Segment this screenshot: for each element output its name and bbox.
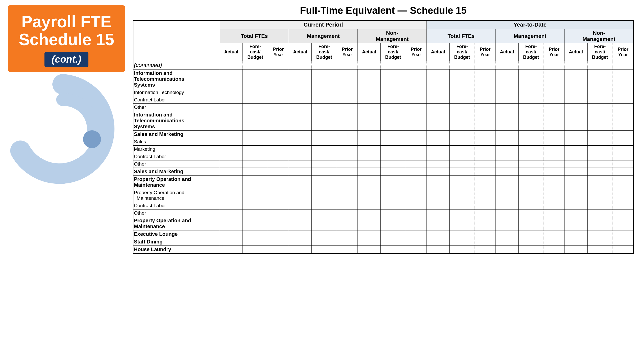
property-section-label: Property Operation andMaintenance (133, 176, 220, 189)
cont-badge: (cont.) (44, 52, 88, 67)
info-tech-label: Information Technology (133, 89, 220, 96)
contract-labor-3-label: Contract Labor (133, 202, 220, 209)
contract-labor-1-row: Contract Labor (133, 96, 634, 104)
page-title: Payroll FTE Schedule 15 (13, 13, 120, 49)
continued-label: (continued) (133, 61, 220, 69)
ytd-total-ftes: Total FTEs (427, 29, 496, 43)
ytd-management: Management (496, 29, 565, 43)
property-total-label: Property Operation andMaintenance (133, 217, 220, 230)
ytd-tf-actual: Actual (427, 43, 450, 61)
ytd-mgmt-forecast: Fore-cast/Budget (518, 43, 544, 61)
contract-labor-1-label: Contract Labor (133, 96, 220, 104)
fte-table: Current Period Year-to-Date Total FTEs M… (133, 20, 634, 254)
svg-point-0 (83, 130, 101, 148)
cp-mgmt-forecast: Fore-cast/Budget (312, 43, 337, 61)
other-1-row: Other (133, 104, 634, 111)
sales-label: Sales (133, 138, 220, 146)
sales-section-header: Sales and Marketing (133, 131, 634, 138)
other-2-label: Other (133, 160, 220, 168)
cp-tf-actual: Actual (220, 43, 243, 61)
staff-dining-label: Staff Dining (133, 238, 220, 246)
donut-chart (5, 72, 120, 186)
property-total-row: Property Operation andMaintenance (133, 217, 634, 230)
it-total-row: Information andTelecommunicationsSystems (133, 111, 634, 131)
ytd-header: Year-to-Date (427, 20, 634, 29)
staff-dining-row: Staff Dining (133, 238, 634, 246)
sales-total-row: Sales and Marketing (133, 168, 634, 176)
exec-lounge-label: Executive Lounge (133, 230, 220, 238)
other-3-row: Other (133, 209, 634, 217)
property-ops-label: Property Operation and Maintenance (133, 189, 220, 202)
ytd-mgmt-prior: PriorYear (544, 43, 565, 61)
table-title: Full-Time Equivalent — Schedule 15 (133, 5, 634, 16)
marketing-label: Marketing (133, 146, 220, 153)
cp-management: Management (289, 29, 358, 43)
sales-row: Sales (133, 138, 634, 146)
sales-section-label: Sales and Marketing (133, 131, 220, 138)
contract-labor-2-label: Contract Labor (133, 153, 220, 160)
ytd-mgmt-actual: Actual (496, 43, 518, 61)
it-section-header: Information andTelecommunicationsSystems (133, 69, 634, 89)
right-panel: Full-Time Equivalent — Schedule 15 Curre… (128, 5, 639, 254)
cp-nm-prior: PriorYear (406, 43, 427, 61)
cp-tf-forecast: Fore-cast/Budget (243, 43, 268, 61)
other-3-label: Other (133, 209, 220, 217)
left-panel: Payroll FTE Schedule 15 (cont.) (0, 0, 128, 362)
cp-mgmt-actual: Actual (289, 43, 312, 61)
cp-nm-forecast: Fore-cast/Budget (381, 43, 406, 61)
property-ops-row: Property Operation and Maintenance (133, 189, 634, 202)
title-box: Payroll FTE Schedule 15 (cont.) (8, 5, 125, 72)
sales-total-label: Sales and Marketing (133, 168, 220, 176)
cp-nm-actual: Actual (358, 43, 381, 61)
exec-lounge-row: Executive Lounge (133, 230, 634, 238)
continued-row: (continued) (133, 61, 634, 69)
cp-total-ftes: Total FTEs (220, 29, 289, 43)
cp-tf-prior: PriorYear (268, 43, 289, 61)
house-laundry-label: House Laundry (133, 246, 220, 254)
contract-labor-3-row: Contract Labor (133, 202, 634, 209)
ytd-tf-forecast: Fore-cast/Budget (449, 43, 475, 61)
ytd-nm-actual: Actual (565, 43, 587, 61)
other-1-label: Other (133, 104, 220, 111)
current-period-header: Current Period (220, 20, 427, 29)
cp-mgmt-prior: PriorYear (337, 43, 358, 61)
ytd-nm-prior: PriorYear (613, 43, 634, 61)
contract-labor-2-row: Contract Labor (133, 153, 634, 160)
property-section-header: Property Operation andMaintenance (133, 176, 634, 189)
other-2-row: Other (133, 160, 634, 168)
info-tech-row: Information Technology (133, 89, 634, 96)
it-section-label: Information andTelecommunicationsSystems (133, 69, 220, 89)
house-laundry-row: House Laundry (133, 246, 634, 254)
ytd-nm-forecast: Fore-cast/Budget (587, 43, 613, 61)
ytd-tf-prior: PriorYear (475, 43, 496, 61)
cp-non-management: Non-Management (358, 29, 427, 43)
it-total-label: Information andTelecommunicationsSystems (133, 111, 220, 131)
marketing-row: Marketing (133, 146, 634, 153)
ytd-non-management: Non-Management (565, 29, 634, 43)
